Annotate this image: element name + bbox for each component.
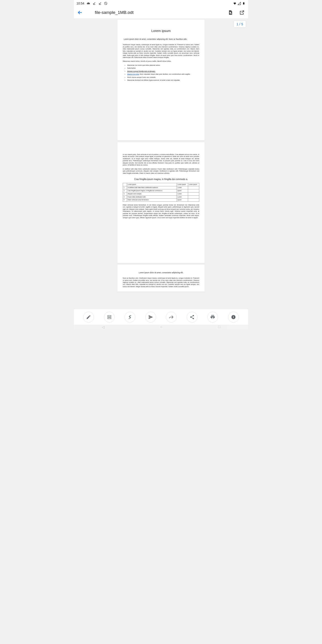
list-item-text: Nunc vulputate neque vitae justo facilis… [139, 73, 190, 75]
read-mode-button[interactable] [104, 312, 115, 322]
table-header: Lorem ipsum [127, 183, 177, 186]
doc-title: Lorem ipsum [123, 28, 199, 33]
print-button[interactable] [207, 312, 218, 322]
table-header: Lorem ipsum [177, 183, 188, 186]
doc-link[interactable]: Mauris id ex erat. [127, 73, 139, 75]
document-viewer[interactable]: 1 / 5 Lorem ipsum Lorem ipsum dolor sit … [74, 18, 248, 309]
svg-rect-11 [233, 317, 234, 318]
svg-point-3 [230, 12, 231, 14]
status-left: 10:54 [76, 2, 108, 5]
doc-paragraph: Maecenas mauris lectus, lobortis et puru… [123, 60, 199, 62]
edit-button[interactable] [83, 312, 94, 322]
list-item: Maecenas non lorem quis tellus placerat … [127, 64, 199, 66]
document-page: Lorem ipsum dolor sit amet, consectetur … [118, 265, 204, 292]
list-item: Maecenas tincidunt est efficitur ligula … [127, 79, 199, 81]
doc-paragraph: Nunc ac faucibus odio. Vestibulum neque … [123, 277, 199, 288]
doc-paragraph: In eleifend velit vitae libero sollicitu… [123, 168, 199, 174]
document-page: Lorem ipsum Lorem ipsum dolor sit amet, … [118, 20, 204, 140]
table-row: 4Fusce vitae vestibulum velit.Lorem [123, 196, 199, 198]
document-page: In non mauris justo. Duis vehicula mi ve… [118, 142, 204, 263]
back-button[interactable] [77, 10, 83, 15]
doc-heading: Cras fringilla ipsum magna, in fringilla… [123, 178, 199, 181]
share-button[interactable] [187, 312, 198, 322]
nav-recent-icon[interactable]: □ [218, 325, 220, 329]
table-row: 1In eleifend velit vitae libero sollicit… [123, 186, 199, 190]
send-button[interactable] [145, 312, 156, 322]
svg-point-7 [193, 315, 194, 316]
svg-point-12 [233, 316, 234, 316]
table-header: Lorem ipsum [188, 183, 199, 186]
nav-home-icon[interactable]: ○ [160, 325, 162, 329]
list-item: Nulla facilisi. [127, 67, 199, 69]
cloud-icon [86, 2, 90, 5]
battery-icon [242, 2, 246, 5]
svg-point-9 [193, 318, 194, 319]
list-item: Aenean congue fringilla justo ut aliquam… [127, 70, 199, 72]
wifi-icon [233, 2, 236, 5]
signal-icon [238, 2, 241, 5]
svg-rect-6 [130, 317, 130, 318]
list-item: Morbi viverra semper lorem nec molestie. [127, 76, 199, 78]
doc-table: Lorem ipsum Lorem ipsum Lorem ipsum 1In … [123, 183, 199, 202]
doc-heading: Lorem ipsum dolor sit amet, consectetur … [123, 272, 199, 274]
forward-button[interactable] [166, 312, 177, 322]
sync-off-icon [104, 2, 108, 5]
open-external-button[interactable] [239, 10, 245, 15]
table-row: 5Etiam vehicula luctus fermentum.Ipsum [123, 198, 199, 202]
underlined-text: Aenean congue fringilla justo ut aliquam… [127, 70, 156, 72]
rotation-lock-button[interactable] [124, 312, 135, 322]
status-time: 10:54 [76, 2, 84, 5]
doc-paragraph: Vestibulum neque massa, scelerisque sit … [123, 44, 199, 58]
app-bar: file-sample_1MB.odt [74, 7, 248, 18]
table-row: 3Aliquam erat volutpat.Lorem [123, 192, 199, 196]
table-row: Lorem ipsum Lorem ipsum Lorem ipsum [123, 183, 199, 186]
find-in-file-button[interactable] [228, 10, 233, 15]
doc-paragraph: In non mauris justo. Duis vehicula mi ve… [123, 154, 199, 166]
nav-back-icon[interactable]: ◁ [102, 325, 104, 329]
status-bar: 10:54 [74, 0, 248, 7]
status-right [233, 2, 246, 5]
svg-rect-2 [244, 2, 244, 3]
info-button[interactable] [228, 312, 239, 322]
doc-intro: Lorem ipsum dolor sit amet, consectetur … [123, 38, 199, 40]
file-title: file-sample_1MB.odt [95, 10, 134, 15]
svg-rect-4 [108, 315, 111, 317]
svg-point-8 [190, 316, 192, 318]
list-item: Mauris id ex erat. Nunc vulputate neque … [127, 73, 199, 75]
doc-list: Maecenas non lorem quis tellus placerat … [123, 64, 199, 82]
page-indicator: 1 / 5 [234, 20, 246, 28]
svg-rect-5 [108, 317, 111, 319]
system-nav-bar: ◁ ○ □ [74, 325, 248, 329]
doc-paragraph: Etiam vehicula luctus fermentum. In vel … [123, 204, 199, 219]
check-icon [98, 2, 102, 5]
check-icon [92, 2, 96, 5]
table-row: 2Cras fringilla ipsum magna, in fringill… [123, 189, 199, 192]
svg-rect-1 [243, 2, 244, 4]
bottom-toolbar [74, 309, 248, 325]
